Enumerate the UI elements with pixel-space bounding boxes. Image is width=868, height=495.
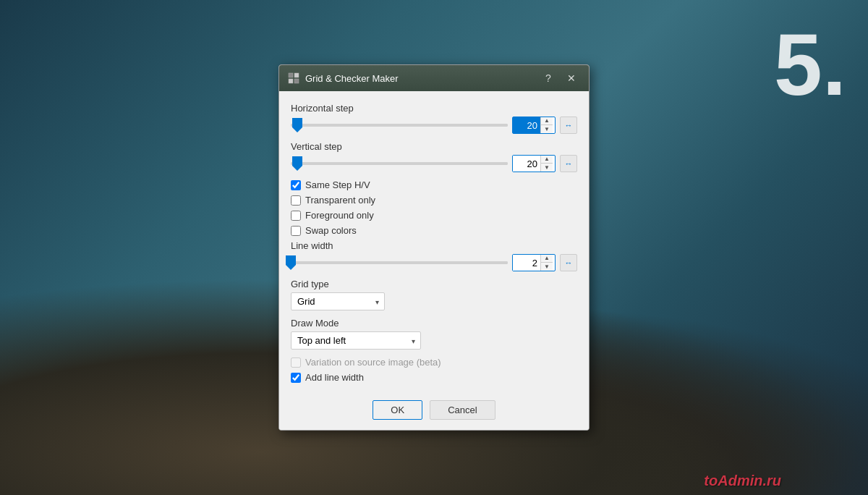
- line-width-up[interactable]: ▲: [541, 255, 553, 263]
- transparent-only-row: Transparent only: [291, 195, 577, 206]
- vertical-step-arrows: ▲ ▼: [540, 156, 553, 172]
- line-width-slider-track[interactable]: [291, 261, 508, 264]
- draw-mode-wrapper: Top and left All sides Center Right and …: [291, 331, 421, 350]
- horizontal-step-arrows: ▲ ▼: [540, 117, 553, 133]
- horizontal-step-slider-track[interactable]: [291, 124, 508, 127]
- draw-mode-label: Draw Mode: [291, 318, 577, 329]
- horizontal-step-link[interactable]: ↔: [560, 117, 577, 134]
- transparent-only-label[interactable]: Transparent only: [305, 195, 375, 206]
- vertical-step-spinbox[interactable]: ▲ ▼: [512, 155, 556, 172]
- svg-rect-2: [289, 79, 293, 83]
- vertical-step-down[interactable]: ▼: [541, 164, 553, 172]
- add-line-width-label[interactable]: Add line width: [305, 372, 364, 383]
- variation-label[interactable]: Variation on source image (beta): [305, 357, 441, 368]
- horizontal-step-label: Horizontal step: [291, 103, 577, 114]
- ok-button[interactable]: OK: [373, 400, 422, 420]
- dialog-title: Grid & Checker Maker: [305, 73, 534, 84]
- foreground-only-label[interactable]: Foreground only: [305, 210, 374, 221]
- line-width-link[interactable]: ↔: [560, 254, 577, 271]
- line-width-label: Line width: [291, 240, 577, 251]
- vertical-step-label: Vertical step: [291, 141, 577, 152]
- dialog: Grid & Checker Maker ? ✕ Horizontal step…: [278, 64, 590, 431]
- dialog-titlebar: Grid & Checker Maker ? ✕: [279, 65, 589, 91]
- line-width-down[interactable]: ▼: [541, 263, 553, 271]
- vertical-step-slider-thumb[interactable]: [292, 156, 302, 171]
- swap-colors-label[interactable]: Swap colors: [305, 225, 357, 236]
- same-step-row: Same Step H/V: [291, 179, 577, 190]
- help-button[interactable]: ?: [540, 71, 557, 85]
- swap-colors-checkbox[interactable]: [291, 226, 301, 236]
- grid-type-wrapper: Grid Checker: [291, 292, 385, 310]
- same-step-checkbox[interactable]: [291, 180, 301, 190]
- vertical-step-input[interactable]: [513, 156, 540, 172]
- swap-colors-row: Swap colors: [291, 225, 577, 236]
- dialog-footer: OK Cancel: [279, 393, 589, 430]
- cancel-button[interactable]: Cancel: [430, 400, 495, 420]
- svg-rect-1: [294, 73, 299, 77]
- vertical-step-slider-track[interactable]: [291, 162, 508, 165]
- draw-mode-row: Top and left All sides Center Right and …: [291, 331, 577, 350]
- app-icon: [288, 72, 299, 84]
- svg-rect-3: [294, 79, 299, 83]
- vertical-step-row: ▲ ▼ ↔: [291, 155, 577, 172]
- add-line-width-checkbox[interactable]: [291, 373, 301, 383]
- vertical-step-up[interactable]: ▲: [541, 156, 553, 164]
- close-button[interactable]: ✕: [563, 71, 580, 85]
- grid-type-label: Grid type: [291, 279, 577, 289]
- horizontal-step-spinbox[interactable]: ▲ ▼: [512, 117, 556, 134]
- grid-type-select[interactable]: Grid Checker: [291, 292, 385, 310]
- add-line-width-row: Add line width: [291, 372, 577, 383]
- transparent-only-checkbox[interactable]: [291, 195, 301, 206]
- line-width-spinbox[interactable]: ▲ ▼: [512, 254, 556, 271]
- horizontal-step-down[interactable]: ▼: [541, 125, 553, 133]
- grid-type-row: Grid Checker: [291, 292, 577, 310]
- same-step-label[interactable]: Same Step H/V: [305, 179, 370, 190]
- variation-checkbox[interactable]: [291, 358, 301, 368]
- horizontal-step-up[interactable]: ▲: [541, 117, 553, 125]
- foreground-only-row: Foreground only: [291, 210, 577, 221]
- horizontal-step-input[interactable]: [513, 117, 540, 133]
- dialog-overlay: Grid & Checker Maker ? ✕ Horizontal step…: [0, 0, 868, 495]
- horizontal-step-row: ▲ ▼ ↔: [291, 117, 577, 134]
- vertical-step-link[interactable]: ↔: [560, 155, 577, 172]
- line-width-slider-thumb[interactable]: [286, 255, 296, 270]
- dialog-body: Horizontal step ▲ ▼ ↔ Vertical step: [279, 91, 589, 393]
- line-width-row: ▲ ▼ ↔: [291, 254, 577, 271]
- variation-row: Variation on source image (beta): [291, 357, 577, 368]
- line-width-input[interactable]: [513, 255, 540, 271]
- line-width-arrows: ▲ ▼: [540, 255, 553, 271]
- foreground-only-checkbox[interactable]: [291, 211, 301, 221]
- horizontal-step-slider-thumb[interactable]: [292, 118, 302, 132]
- draw-mode-select[interactable]: Top and left All sides Center Right and …: [291, 331, 421, 350]
- svg-rect-0: [289, 73, 293, 77]
